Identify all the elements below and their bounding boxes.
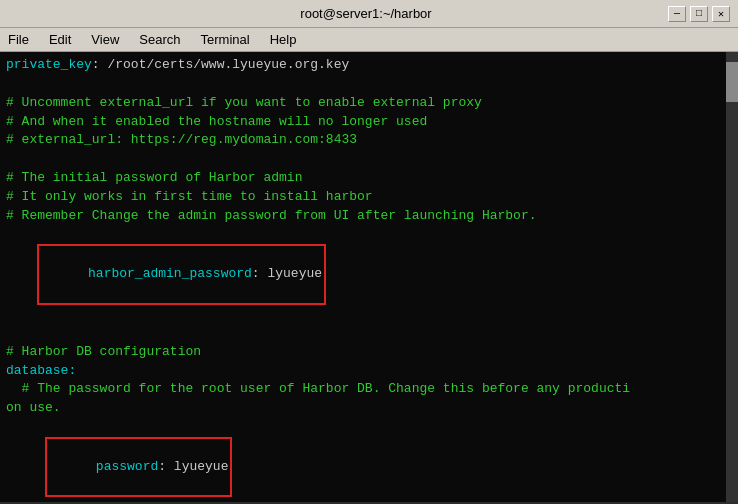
title-bar: root@server1:~/harbor — □ ✕	[0, 0, 738, 28]
terminal-area[interactable]: private_key: /root/certs/www.lyueyue.org…	[0, 52, 738, 502]
minimize-button[interactable]: —	[668, 6, 686, 22]
menu-terminal[interactable]: Terminal	[197, 30, 254, 49]
line-comment-1: # Uncomment external_url if you want to …	[6, 94, 732, 113]
line-comment-6: # Remember Change the admin password fro…	[6, 207, 732, 226]
line-comment-2: # And when it enabled the hostname will …	[6, 113, 732, 132]
menu-help[interactable]: Help	[266, 30, 301, 49]
line-blank-2	[6, 150, 732, 169]
menu-bar: File Edit View Search Terminal Help	[0, 28, 738, 52]
line-admin-password: harbor_admin_password: lyueyue	[6, 226, 732, 324]
window-title: root@server1:~/harbor	[64, 6, 668, 21]
line-blank-3	[6, 324, 732, 343]
line-comment-5: # It only works in first time to install…	[6, 188, 732, 207]
line-comment-3: # external_url: https://reg.mydomain.com…	[6, 131, 732, 150]
menu-view[interactable]: View	[87, 30, 123, 49]
line-comment-4: # The initial password of Harbor admin	[6, 169, 732, 188]
line-database-key: database:	[6, 362, 732, 381]
menu-search[interactable]: Search	[135, 30, 184, 49]
line-comment-8: # The password for the root user of Harb…	[6, 380, 732, 399]
maximize-button[interactable]: □	[690, 6, 708, 22]
line-blank-1	[6, 75, 732, 94]
window-controls[interactable]: — □ ✕	[668, 6, 730, 22]
line-comment-9: on use.	[6, 399, 732, 418]
menu-file[interactable]: File	[4, 30, 33, 49]
scrollbar[interactable]	[726, 52, 738, 502]
close-button[interactable]: ✕	[712, 6, 730, 22]
menu-edit[interactable]: Edit	[45, 30, 75, 49]
line-comment-7: # Harbor DB configuration	[6, 343, 732, 362]
line-private-key: private_key: /root/certs/www.lyueyue.org…	[6, 56, 732, 75]
scrollbar-thumb[interactable]	[726, 62, 738, 102]
line-password: password: lyueyue	[6, 418, 732, 502]
